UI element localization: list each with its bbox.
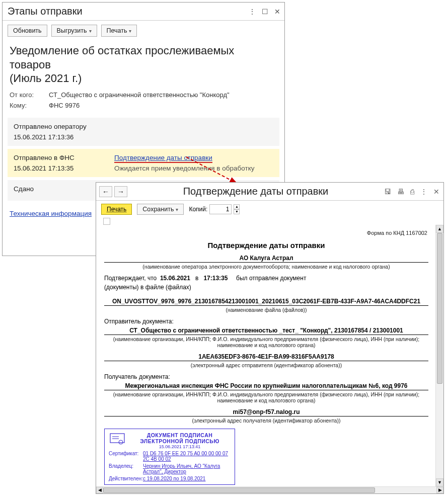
signature-stamp: ДОКУМЕНТ ПОДПИСАН ЭЛЕКТРОННОЙ ПОДПИСЬЮ 1…: [104, 429, 235, 485]
stage-sent-operator: Отправлено оператору 15.06.2021 17:13:36: [8, 118, 279, 146]
expand-toggle[interactable]: [103, 218, 110, 225]
confirms-line: Подтверждает, что 15.06.2021 в 17:13:35 …: [104, 275, 428, 282]
hscroll-thumb[interactable]: [103, 487, 375, 493]
recipient-value: Межрегиональная инспекция ФНС России по …: [104, 382, 428, 390]
recipient-address-caption: (электронный адрес получателя (идентифик…: [104, 418, 428, 424]
stage-sent-fns: Отправлено в ФНС 15.06.2021 17:13:35 Под…: [8, 149, 279, 177]
toolbar: Обновить Выгрузить▾ Печать▾: [3, 21, 284, 41]
save-button[interactable]: Сохранить▾: [137, 204, 184, 215]
close-icon[interactable]: ✕: [274, 8, 280, 16]
preview-icon[interactable]: ⎙: [410, 188, 414, 196]
chevron-down-icon: ▾: [89, 28, 92, 34]
nav-back-button[interactable]: ←: [99, 186, 112, 197]
horizontal-scrollbar[interactable]: ◀ ▶: [96, 486, 443, 493]
save-icon[interactable]: 🖫: [384, 188, 391, 196]
certificate-icon: [110, 433, 125, 445]
meta-block: От кого:СТ_Общество с ограниченной ответ…: [3, 87, 284, 115]
doc-heading: Подтверждение даты отправки: [104, 241, 428, 249]
print-icon[interactable]: 🖶: [397, 188, 404, 196]
window-title: Этапы отправки: [8, 6, 249, 17]
do-print-button[interactable]: Печать: [101, 204, 132, 215]
print-button[interactable]: Печать▾: [101, 25, 137, 37]
refresh-button[interactable]: Обновить: [8, 25, 47, 37]
copies-down[interactable]: ▼: [234, 209, 240, 214]
stage-sub: Ожидается прием уведомления в обработку: [114, 164, 273, 172]
scroll-left-icon[interactable]: ◀: [96, 487, 103, 493]
sender-caption: (наименование организации, ИНН/КПП; Ф.И.…: [104, 336, 428, 348]
scroll-thumb[interactable]: [437, 233, 442, 384]
maximize-icon[interactable]: ☐: [262, 8, 268, 16]
confirmation-link[interactable]: Подтверждение даты отправки: [114, 154, 212, 163]
svg-point-2: [119, 440, 123, 444]
document-title: Уведомление об остатках прослеживаемых т…: [3, 41, 284, 87]
filename-caption: (наименование файла (файлов)): [104, 307, 428, 313]
recipient-address: mi57@onp-f57.nalog.ru: [104, 408, 428, 416]
sender-value: СТ_Общество с ограниченной ответственнос…: [104, 327, 428, 335]
close-icon[interactable]: ✕: [433, 188, 439, 196]
document-viewport: Форма по КНД 1167002 Подтверждение даты …: [96, 225, 435, 486]
confirmation-window: ← → Подтверждение даты отправки 🖫 🖶 ⎙ ⋮ …: [96, 182, 444, 494]
kebab-icon[interactable]: ⋮: [420, 188, 427, 196]
sender-address: 1AEA635EDF3-8676-4E1F-BA99-8316F5AA9178: [104, 353, 428, 361]
filename: ON_UVOSTTOV_9976_9976_213016785421300100…: [104, 298, 428, 306]
copies-input[interactable]: [209, 204, 232, 214]
technical-info-link[interactable]: Техническая информация: [3, 204, 99, 223]
scroll-up-icon[interactable]: ▲: [436, 225, 443, 233]
scroll-right-icon[interactable]: ▶: [436, 487, 443, 493]
copies-label: Копий:: [189, 206, 207, 213]
knd-code: Форма по КНД 1167002: [101, 228, 431, 238]
window2-toolbar: Печать Сохранить▾ Копий: ▲ ▼: [96, 201, 443, 218]
window2-title: Подтверждение даты отправки: [131, 186, 380, 197]
nav-fwd-button[interactable]: →: [114, 186, 127, 197]
chevron-down-icon: ▾: [129, 28, 131, 34]
export-button[interactable]: Выгрузить▾: [51, 25, 97, 37]
from-value: СТ_Общество с ограниченной ответственнос…: [49, 91, 230, 99]
window2-titlebar: ← → Подтверждение даты отправки 🖫 🖶 ⎙ ⋮ …: [96, 183, 443, 201]
recipient-label: Получатель документа:: [104, 373, 428, 380]
to-value: ФНС 9976: [49, 102, 80, 109]
chevron-down-icon: ▾: [176, 207, 178, 212]
scroll-down-icon[interactable]: ▼: [436, 478, 443, 486]
sender-label: Отправитель документа:: [104, 318, 428, 325]
kebab-icon[interactable]: ⋮: [249, 8, 256, 16]
vertical-scrollbar[interactable]: ▲ ▼: [435, 225, 443, 486]
to-label: Кому:: [10, 102, 49, 109]
svg-rect-1: [110, 434, 124, 443]
copies-up[interactable]: ▲: [234, 204, 240, 209]
from-label: От кого:: [10, 91, 49, 99]
operator-name: АО Калуга Астрал: [104, 255, 428, 263]
operator-caption: (наименование оператора электронного док…: [104, 264, 428, 270]
recipient-caption: (наименование организации, ИНН/КПП; Ф.И.…: [104, 391, 428, 403]
files-line: (документы) в файле (файлах): [104, 284, 428, 291]
window-titlebar: Этапы отправки ⋮ ☐ ✕: [3, 3, 284, 21]
sender-address-caption: (электронный адрес отправителя (идентифи…: [104, 362, 428, 368]
